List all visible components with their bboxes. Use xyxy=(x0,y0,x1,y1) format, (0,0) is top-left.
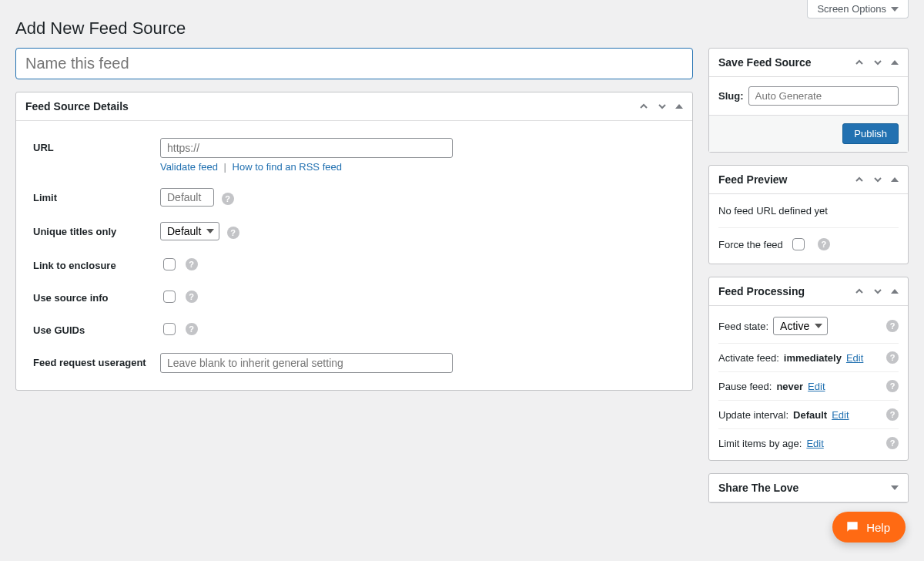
url-label: URL xyxy=(25,138,160,153)
limit-label: Limit xyxy=(25,188,160,203)
feed-state-label: Feed state: xyxy=(718,321,768,332)
useragent-input[interactable] xyxy=(160,353,453,373)
triangle-up-icon[interactable] xyxy=(891,60,899,65)
chevron-down-icon[interactable] xyxy=(657,101,668,112)
panel-header[interactable]: Feed Preview xyxy=(709,166,908,194)
url-input[interactable] xyxy=(160,138,453,158)
help-icon[interactable]: ? xyxy=(227,227,239,239)
triangle-up-icon[interactable] xyxy=(891,177,899,182)
chevron-up-icon[interactable] xyxy=(854,57,865,68)
update-interval-label: Update interval: xyxy=(718,409,788,421)
help-icon[interactable]: ? xyxy=(886,351,899,364)
activate-feed-edit-link[interactable]: Edit xyxy=(846,352,863,364)
update-interval-edit-link[interactable]: Edit xyxy=(832,409,849,421)
feed-state-select[interactable]: Active xyxy=(773,317,828,335)
panel-share-the-love: Share The Love xyxy=(708,473,909,503)
feed-title-input[interactable] xyxy=(15,48,693,79)
panel-title: Feed Preview xyxy=(718,173,788,186)
help-icon[interactable]: ? xyxy=(886,380,899,392)
panel-feed-processing: Feed Processing Feed state: Active ? xyxy=(708,277,909,461)
pause-feed-label: Pause feed: xyxy=(718,381,772,392)
help-icon[interactable]: ? xyxy=(186,258,198,270)
how-to-find-rss-link[interactable]: How to find an RSS feed xyxy=(233,161,342,173)
triangle-up-icon[interactable] xyxy=(675,104,683,109)
link-enclosure-label: Link to enclosure xyxy=(25,256,160,271)
help-icon[interactable]: ? xyxy=(186,291,198,303)
triangle-up-icon[interactable] xyxy=(891,289,899,294)
use-source-info-checkbox[interactable] xyxy=(163,291,176,303)
help-icon[interactable]: ? xyxy=(818,238,830,250)
panel-feed-preview: Feed Preview No feed URL defined yet For… xyxy=(708,165,909,264)
force-feed-checkbox[interactable] xyxy=(792,238,805,250)
help-beacon-button[interactable]: Help xyxy=(832,512,906,543)
panel-title: Feed Processing xyxy=(718,285,805,297)
help-beacon-label: Help xyxy=(866,521,890,534)
panel-feed-source-details: Feed Source Details URL Validate feed | xyxy=(15,92,693,391)
useragent-label: Feed request useragent xyxy=(25,353,160,368)
update-interval-value: Default xyxy=(793,409,827,421)
triangle-down-icon[interactable] xyxy=(891,485,899,490)
publish-button[interactable]: Publish xyxy=(842,123,899,144)
panel-save-feed-source: Save Feed Source Slug: Publish xyxy=(708,48,909,153)
panel-header[interactable]: Save Feed Source xyxy=(709,49,908,77)
use-source-info-label: Use source info xyxy=(25,288,160,304)
limit-age-edit-link[interactable]: Edit xyxy=(806,438,823,449)
use-guids-label: Use GUIDs xyxy=(25,321,160,336)
caret-down-icon xyxy=(891,7,899,12)
link-enclosure-checkbox[interactable] xyxy=(163,258,176,270)
preview-empty-text: No feed URL defined yet xyxy=(718,203,899,223)
chevron-up-icon[interactable] xyxy=(638,101,649,112)
panel-title: Share The Love xyxy=(718,482,798,494)
panel-title: Feed Source Details xyxy=(25,100,129,113)
panel-handle-actions xyxy=(854,174,899,185)
help-icon[interactable]: ? xyxy=(886,320,899,332)
use-guids-checkbox[interactable] xyxy=(163,323,176,335)
pause-feed-edit-link[interactable]: Edit xyxy=(808,381,825,392)
panel-handle-actions xyxy=(638,101,683,112)
unique-titles-label: Unique titles only xyxy=(25,222,160,237)
panel-handle-actions xyxy=(854,57,899,68)
panel-header[interactable]: Feed Processing xyxy=(709,277,908,306)
help-icon[interactable]: ? xyxy=(186,323,198,335)
force-feed-label: Force the feed xyxy=(718,239,783,250)
page-title: Add New Feed Source xyxy=(0,0,924,48)
chevron-down-icon[interactable] xyxy=(872,57,883,68)
help-icon[interactable]: ? xyxy=(222,193,234,205)
panel-header[interactable]: Feed Source Details xyxy=(16,92,692,121)
activate-feed-label: Activate feed: xyxy=(718,352,779,364)
limit-age-label: Limit items by age: xyxy=(718,438,802,449)
pause-feed-value: never xyxy=(776,381,803,392)
panel-handle-actions xyxy=(891,485,899,490)
activate-feed-value: immediately xyxy=(784,352,842,364)
slug-label: Slug: xyxy=(718,90,744,102)
screen-options-toggle[interactable]: Screen Options xyxy=(807,0,909,18)
chat-icon xyxy=(845,519,860,535)
limit-input[interactable] xyxy=(160,188,214,207)
unique-titles-select[interactable]: Default xyxy=(160,222,219,240)
help-icon[interactable]: ? xyxy=(886,408,899,421)
panel-handle-actions xyxy=(854,286,899,297)
chevron-up-icon[interactable] xyxy=(854,286,865,297)
panel-header[interactable]: Share The Love xyxy=(709,474,908,502)
help-icon[interactable]: ? xyxy=(886,437,899,449)
chevron-up-icon[interactable] xyxy=(854,174,865,185)
validate-feed-link[interactable]: Validate feed xyxy=(160,161,218,173)
panel-title: Save Feed Source xyxy=(718,56,812,69)
slug-input[interactable] xyxy=(748,86,899,106)
screen-options-label: Screen Options xyxy=(817,3,886,15)
separator: | xyxy=(224,161,226,173)
chevron-down-icon[interactable] xyxy=(872,286,883,297)
chevron-down-icon[interactable] xyxy=(872,174,883,185)
